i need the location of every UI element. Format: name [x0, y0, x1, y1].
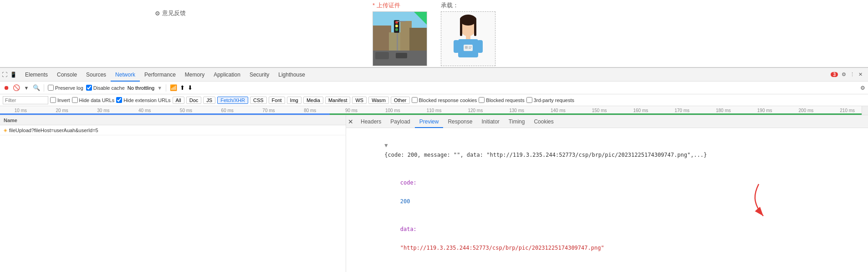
- search-icon[interactable]: 🔍: [33, 84, 40, 92]
- devtools-tabs-bar: ⛶ 📱 Elements Console Sources Network Per…: [0, 68, 868, 82]
- name-column-header: Name: [4, 118, 17, 123]
- request-list: Name ◈ fileUpload?fileHost=userAuah&user…: [0, 115, 346, 272]
- tab-network[interactable]: Network: [111, 68, 140, 82]
- tl-30: 30 ms: [83, 108, 124, 113]
- close-devtools-icon[interactable]: ✕: [858, 72, 863, 77]
- upload-icon[interactable]: ⬆: [180, 84, 185, 91]
- divider-2: [166, 84, 166, 92]
- filter-ws[interactable]: WS: [352, 97, 367, 104]
- feedback-label: 意见反馈: [162, 9, 186, 17]
- tl-70: 70 ms: [248, 108, 290, 113]
- tab-memory[interactable]: Memory: [180, 68, 209, 82]
- preserve-log-input[interactable]: [48, 85, 54, 91]
- tab-console[interactable]: Console: [52, 68, 82, 82]
- tab-performance[interactable]: Performance: [140, 68, 180, 82]
- hide-extension-input[interactable]: [116, 97, 122, 103]
- preview-box: [441, 11, 495, 66]
- third-party-input[interactable]: [526, 97, 532, 103]
- json-code-line: code: 200: [361, 169, 863, 216]
- detail-tab-preview[interactable]: Preview: [415, 115, 444, 128]
- preview-label: 承载：: [441, 1, 495, 10]
- tl-10: 10 ms: [0, 108, 41, 113]
- detail-tab-timing[interactable]: Timing: [504, 115, 530, 128]
- settings-network-icon[interactable]: ⚙: [860, 85, 865, 91]
- json-summary-line[interactable]: ▼ {code: 200, message: "", data: "http:/…: [352, 132, 863, 169]
- download-icon[interactable]: ⬇: [188, 84, 193, 91]
- detail-tab-headers[interactable]: Headers: [356, 115, 386, 128]
- dots-icon[interactable]: ⋮: [850, 72, 855, 77]
- filter-css[interactable]: CSS: [250, 97, 267, 104]
- filter-all[interactable]: All: [173, 97, 184, 104]
- invert-input[interactable]: [50, 97, 56, 103]
- avatar-svg: [450, 14, 486, 64]
- blocked-requests-checkbox[interactable]: Blocked requests: [479, 97, 524, 103]
- tl-90: 90 ms: [331, 108, 372, 113]
- throttle-select[interactable]: No throttling: [128, 85, 154, 91]
- svg-rect-24: [465, 46, 468, 49]
- xhr-icon: ◈: [4, 128, 7, 133]
- feedback-button[interactable]: ⚙ 意见反馈: [155, 9, 186, 17]
- filter-wasm[interactable]: Wasm: [368, 97, 389, 104]
- filter-manifest[interactable]: Manifest: [325, 97, 351, 104]
- filter-media[interactable]: Media: [303, 97, 323, 104]
- timeline-progress-bar: [0, 113, 868, 115]
- filter-js[interactable]: JS: [203, 97, 215, 104]
- detail-tab-response[interactable]: Response: [443, 115, 477, 128]
- disable-cache-checkbox[interactable]: Disable cache: [86, 85, 125, 91]
- detail-close-button[interactable]: ✕: [348, 118, 353, 125]
- svg-rect-12: [375, 52, 389, 59]
- detail-panel: ✕ Headers Payload Preview Response Initi…: [346, 115, 868, 272]
- detail-tabs-bar: ✕ Headers Payload Preview Response Initi…: [346, 115, 868, 128]
- table-row[interactable]: ◈ fileUpload?fileHost=userAuah&userId=5: [0, 125, 346, 135]
- detail-tab-payload[interactable]: Payload: [386, 115, 414, 128]
- tab-application[interactable]: Application: [209, 68, 245, 82]
- disable-cache-input[interactable]: [86, 85, 92, 91]
- svg-rect-26: [469, 48, 471, 49]
- tab-security[interactable]: Security: [245, 68, 274, 82]
- filter-bar: Invert Hide data URLs Hide extension URL…: [0, 94, 868, 106]
- tl-120: 120 ms: [454, 108, 496, 113]
- settings-icon[interactable]: ⚙: [842, 72, 846, 77]
- svg-rect-13: [396, 53, 407, 58]
- detail-tab-initiator[interactable]: Initiator: [477, 115, 504, 128]
- tl-50: 50 ms: [165, 108, 207, 113]
- preview-area: 承载：: [441, 1, 495, 66]
- filter-input[interactable]: [3, 96, 48, 104]
- preserve-log-checkbox[interactable]: Preserve log: [48, 85, 83, 91]
- upload-box[interactable]: [373, 11, 427, 66]
- filter-fetch-xhr[interactable]: Fetch/XHR: [217, 97, 248, 104]
- timeline-scrollbar[interactable]: [862, 106, 868, 115]
- third-party-checkbox[interactable]: 3rd-party requests: [526, 97, 574, 103]
- error-badge: 3: [831, 72, 838, 77]
- json-summary: {code: 200, message: "", data: "http://1…: [384, 152, 707, 158]
- tab-lighthouse[interactable]: Lighthouse: [274, 68, 310, 82]
- tab-elements[interactable]: Elements: [20, 68, 52, 82]
- blocked-cookies-checkbox[interactable]: Blocked response cookies: [412, 97, 477, 103]
- clear-button[interactable]: 🚫: [13, 84, 20, 92]
- tl-130: 130 ms: [496, 108, 537, 113]
- webpage-area: ⚙ 意见反馈 * 上传证件: [0, 0, 868, 67]
- hide-extension-checkbox[interactable]: Hide extension URLs: [116, 97, 170, 103]
- collapse-icon[interactable]: ▼: [384, 142, 391, 149]
- record-button[interactable]: ⏺: [3, 84, 10, 92]
- blocked-requests-input[interactable]: [479, 97, 485, 103]
- timeline-bar: 10 ms 20 ms 30 ms 40 ms 50 ms 60 ms 70 m…: [0, 106, 868, 115]
- hide-data-urls-checkbox[interactable]: Hide data URLs: [72, 97, 115, 103]
- filter-icon[interactable]: ▼: [23, 84, 30, 92]
- invert-checkbox[interactable]: Invert: [50, 97, 70, 103]
- filter-img[interactable]: Img: [287, 97, 301, 104]
- hide-data-urls-input[interactable]: [72, 97, 78, 103]
- detail-tab-cookies[interactable]: Cookies: [529, 115, 558, 128]
- blocked-cookies-input[interactable]: [412, 97, 418, 103]
- inspect-icon[interactable]: ⛶: [2, 72, 7, 78]
- filter-doc[interactable]: Doc: [186, 97, 202, 104]
- json-data-line: data: "http://119.3.235.244:52773/csp/br…: [361, 216, 863, 262]
- tl-160: 160 ms: [620, 108, 661, 113]
- upload-area[interactable]: * 上传证件: [373, 1, 427, 66]
- device-icon[interactable]: 📱: [10, 72, 17, 78]
- tl-140: 140 ms: [537, 108, 579, 113]
- tab-sources[interactable]: Sources: [82, 68, 111, 82]
- filter-other[interactable]: Other: [391, 97, 410, 104]
- json-body: code: 200 data: "http://119.3.235.244:52…: [352, 169, 863, 272]
- filter-font[interactable]: Font: [269, 97, 285, 104]
